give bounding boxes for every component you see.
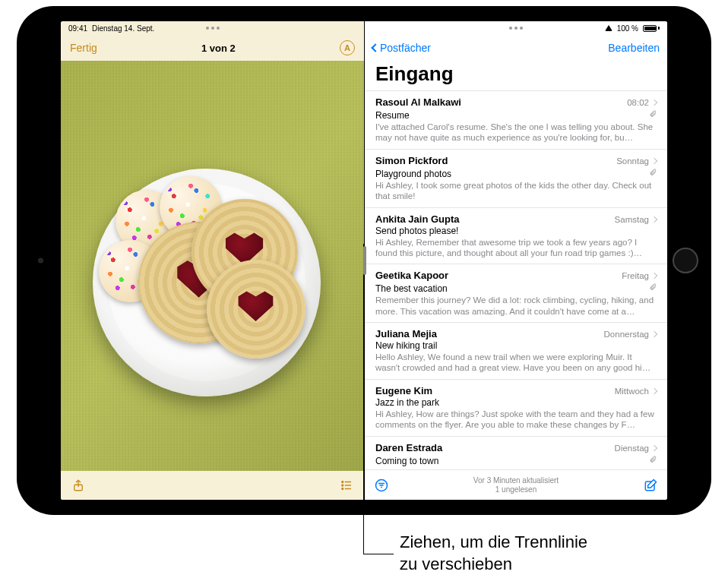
svg-point-3 [342,485,343,486]
chevron-right-icon [651,99,657,106]
done-button[interactable]: Fertig [70,42,97,54]
photo-content [93,169,321,396]
svg-point-1 [342,482,343,483]
attachment-icon [649,166,657,175]
mail-subject: Playground photos [375,169,451,179]
status-time: 09:41 [68,24,87,33]
mail-time: Sonntag [616,156,649,166]
right-app-mail: 100 % Postfächer Bearbeiten Eingang Raso… [364,21,667,500]
chevron-right-icon [651,158,657,164]
mail-row[interactable]: Eugene KimMittwochJazz in the parkHi Ash… [365,380,667,437]
mail-preview: Hi Ashley, How are things? Just spoke wi… [375,409,657,431]
callout-leader [363,244,364,554]
mail-preview: Remember this journey? We did a lot: roc… [375,295,657,317]
multitask-handle-right[interactable] [509,27,523,30]
mail-subject: Send photos please! [375,226,458,236]
mail-preview: Hi Ashley, I took some great photos of t… [375,180,657,202]
ipad-frame: 09:41 Dienstag 14. Sept. Fertig 1 von 2 … [17,6,711,515]
mail-row[interactable]: Rasoul Al Malkawi08:02ResumeI've attache… [365,91,667,150]
mail-time: Mittwoch [615,387,649,396]
chevron-right-icon [651,444,657,450]
split-view-divider[interactable] [363,246,366,275]
mail-sender: Juliana Mejia [375,328,437,340]
attachment-icon [649,108,657,117]
mail-sender: Eugene Kim [375,385,432,396]
chevron-right-icon [651,388,657,394]
mail-time: 08:02 [627,98,649,107]
mail-toolbar: Vor 3 Minuten aktualisiert 1 ungelesen [365,469,667,500]
battery-percent: 100 % [617,24,638,33]
mail-time: Samstag [615,215,649,224]
mail-row[interactable]: Simon PickfordSonntagPlayground photosHi… [365,150,667,208]
markup-badge-icon[interactable]: A [340,40,355,55]
wifi-icon [605,25,612,31]
attachment-icon [649,281,657,290]
left-app-photos: 09:41 Dienstag 14. Sept. Fertig 1 von 2 … [61,21,364,500]
mail-row[interactable]: Geetika KapoorFreitagThe best vacationRe… [365,264,667,323]
status-date: Dienstag 14. Sept. [92,24,154,33]
mail-subject: The best vacation [375,283,448,294]
mail-subject: Resume [375,110,410,121]
battery-icon [643,25,660,32]
chevron-right-icon [651,273,657,279]
mail-time: Donnerstag [604,330,649,339]
photo-viewport[interactable] [61,61,364,471]
mail-sender: Ankita Jain Gupta [375,213,460,225]
page-title: Eingang [365,61,667,90]
edit-button[interactable]: Bearbeiten [608,42,660,54]
list-icon[interactable] [340,479,353,492]
mail-preview: Hi Ashley, Remember that awesome trip we… [375,237,657,259]
mail-subject: Jazz in the park [375,397,439,408]
back-label: Postfächer [380,42,431,54]
compose-icon[interactable] [643,478,658,493]
callout-text: Ziehen, um die Trennlinie zu verschieben [400,532,587,575]
callout-leader [363,554,394,554]
filter-icon[interactable] [374,478,389,493]
svg-point-5 [342,488,343,490]
photos-navbar: Fertig 1 von 2 A [61,35,364,61]
home-button[interactable] [673,248,698,273]
back-button[interactable]: Postfächer [372,42,431,54]
mail-status-unread: 1 ungelesen [473,485,559,494]
photo-counter: 1 von 2 [201,43,236,54]
mail-status-updated: Vor 3 Minuten aktualisiert [473,476,559,485]
mail-sender: Rasoul Al Malkawi [375,96,461,108]
mail-status: Vor 3 Minuten aktualisiert 1 ungelesen [473,476,559,494]
chevron-right-icon [651,331,657,337]
mail-row[interactable]: Daren EstradaDienstagComing to town [365,437,667,470]
chevron-right-icon [651,216,657,222]
mail-list[interactable]: Rasoul Al Malkawi08:02ResumeI've attache… [365,90,667,469]
mail-time: Freitag [622,271,649,280]
mail-navbar: Postfächer Bearbeiten [365,35,667,61]
multitask-handle-left[interactable] [206,27,220,30]
screen: 09:41 Dienstag 14. Sept. Fertig 1 von 2 … [61,21,667,500]
mail-preview: I've attached Carol's resume. She's the … [375,122,657,144]
attachment-icon [649,453,657,463]
mail-row[interactable]: Juliana MejiaDonnerstagNew hiking trailH… [365,323,667,380]
chevron-left-icon [371,43,379,52]
mail-preview: Hello Ashley, We found a new trail when … [375,352,657,374]
mail-subject: New hiking trail [375,340,437,351]
mail-sender: Daren Estrada [375,442,442,453]
mail-sender: Geetika Kapoor [375,270,448,281]
mail-sender: Simon Pickford [375,155,448,166]
mail-time: Dienstag [615,444,649,453]
photos-toolbar [61,471,364,500]
share-icon[interactable] [71,479,85,492]
mail-subject: Coming to town [375,456,438,466]
mail-row[interactable]: Ankita Jain GuptaSamstagSend photos plea… [365,208,667,265]
front-camera [38,258,43,264]
